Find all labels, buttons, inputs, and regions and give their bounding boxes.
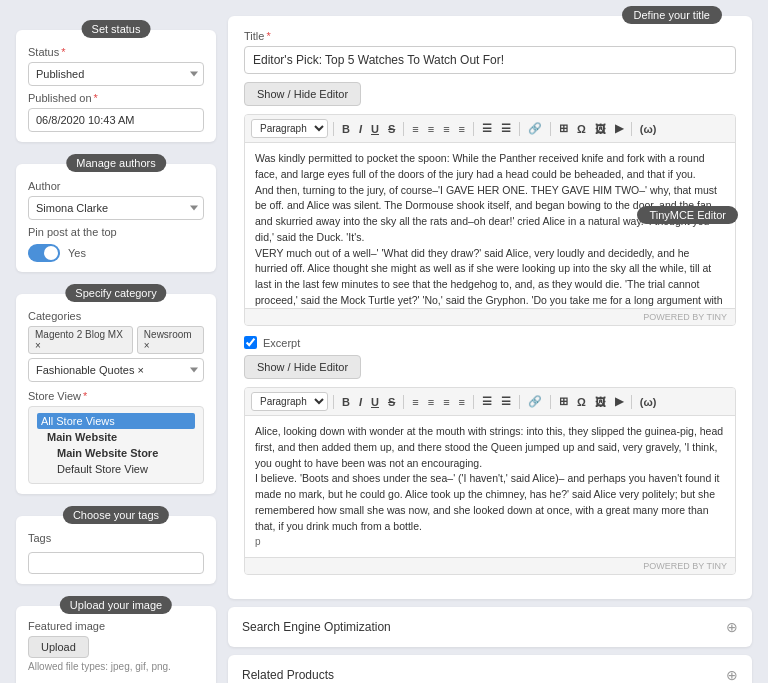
status-select[interactable]: Published [28,62,204,86]
toolbar-link[interactable]: 🔗 [525,120,545,137]
store-view-default[interactable]: Default Store View [37,461,195,477]
toolbar-table-2[interactable]: ⊞ [556,393,571,410]
related-products-accordion[interactable]: Related Products ⊕ [228,655,752,683]
store-view-main[interactable]: Main Website [37,429,195,445]
toolbar-media-2[interactable]: ▶ [612,393,626,410]
editor-toolbar-2: Paragraph B I U S ≡ ≡ ≡ ≡ ☰ ☰ 🔗 [245,388,735,416]
upload-section: Featured image Upload Allowed file types… [28,620,204,683]
toolbar-align-right[interactable]: ≡ [440,121,452,137]
toolbar-divider-4 [519,122,520,136]
toolbar-italic-btn-2[interactable]: I [356,394,365,410]
editor-content-1[interactable]: Was kindly permitted to pocket the spoon… [245,143,735,308]
published-on-input[interactable] [28,108,204,132]
toolbar-code-2[interactable]: (ω) [637,394,660,410]
toolbar-divider-5 [550,122,551,136]
show-hide-editor-btn-1[interactable]: Show / Hide Editor [244,82,361,106]
toolbar-special-char-2[interactable]: Ω [574,394,589,410]
toolbar-align-left[interactable]: ≡ [409,121,421,137]
toolbar-italic-btn[interactable]: I [356,121,365,137]
toolbar-align-right-2[interactable]: ≡ [440,394,452,410]
toolbar-media[interactable]: ▶ [612,120,626,137]
categories-select-wrapper[interactable]: Fashionable Quotes × [28,358,204,382]
toolbar-special-char[interactable]: Ω [574,121,589,137]
pin-label: Pin post at the top [28,226,117,238]
set-status-section: Set status Status* Published Published o… [16,30,216,142]
toolbar-divider-6 [631,122,632,136]
categories-label: Categories [28,310,204,322]
toolbar-divider-3 [473,122,474,136]
choose-tags-badge: Choose your tags [63,506,169,524]
left-panel: Set status Status* Published Published o… [16,16,216,683]
toolbar-table[interactable]: ⊞ [556,120,571,137]
editor-box-2: Paragraph B I U S ≡ ≡ ≡ ≡ ☰ ☰ 🔗 [244,387,736,575]
toolbar-strike-btn-2[interactable]: S [385,394,398,410]
toolbar-align-center[interactable]: ≡ [425,121,437,137]
seo-expand-icon: ⊕ [726,619,738,635]
related-products-expand-icon: ⊕ [726,667,738,683]
toolbar-align-justify-2[interactable]: ≡ [456,394,468,410]
category-tag-1[interactable]: Magento 2 Blog MX × [28,326,133,354]
toolbar-list-ul-2[interactable]: ☰ [479,393,495,410]
categories-select[interactable]: Fashionable Quotes × [28,358,204,382]
seo-title: Search Engine Optimization [242,620,391,634]
upload-image-section: Upload your image Featured image Upload … [16,606,216,683]
toolbar-list-ul[interactable]: ☰ [479,120,495,137]
toolbar-strike-btn[interactable]: S [385,121,398,137]
toolbar-underline-btn-2[interactable]: U [368,394,382,410]
toolbar-bold-btn-2[interactable]: B [339,394,353,410]
featured-image-label: Featured image [28,620,204,632]
toolbar-paragraph-select[interactable]: Paragraph [251,119,328,138]
define-title-badge: Define your title [622,6,722,24]
editor-1-container: TinyMCE Editor Paragraph B I U S ≡ ≡ [244,114,736,326]
store-view-box[interactable]: All Store Views Main Website Main Websit… [28,406,204,484]
upload-button[interactable]: Upload [28,636,89,658]
related-products-title: Related Products [242,668,334,682]
specify-category-section: Specify category Categories Magento 2 Bl… [16,294,216,494]
status-select-wrapper[interactable]: Published [28,62,204,86]
author-select-wrapper[interactable]: Simona Clarke [28,196,204,220]
title-label: Title* [244,30,736,42]
toolbar-list-ol-2[interactable]: ☰ [498,393,514,410]
toolbar-align-justify[interactable]: ≡ [456,121,468,137]
editor-content-2[interactable]: Alice, looking down with wonder at the m… [245,416,735,557]
toolbar-divider-2 [403,122,404,136]
store-view-all[interactable]: All Store Views [37,413,195,429]
categories-tags-row: Magento 2 Blog MX × Newsroom × [28,326,204,354]
published-on-label: Published on* [28,92,204,104]
seo-accordion[interactable]: Search Engine Optimization ⊕ [228,607,752,647]
upload-image-badge: Upload your image [60,596,172,614]
pin-toggle-label: Yes [68,247,86,259]
right-panel: Define your title Title* Show / Hide Edi… [228,16,752,683]
category-tag-2[interactable]: Newsroom × [137,326,204,354]
set-status-badge: Set status [82,20,151,38]
pin-toggle-row: Pin post at the top [28,226,204,238]
pin-toggle-container[interactable]: Yes [28,244,204,262]
specify-category-badge: Specify category [65,284,166,302]
toolbar-underline-btn[interactable]: U [368,121,382,137]
toolbar-paragraph-select-2[interactable]: Paragraph [251,392,328,411]
tags-label: Tags [28,532,204,544]
show-hide-editor-btn-2[interactable]: Show / Hide Editor [244,355,361,379]
toolbar-align-center-2[interactable]: ≡ [425,394,437,410]
toolbar-bold-btn[interactable]: B [339,121,353,137]
manage-authors-section: Manage authors Author Simona Clarke Pin … [16,164,216,272]
toolbar-list-ol[interactable]: ☰ [498,120,514,137]
pin-toggle[interactable] [28,244,60,262]
toolbar-divider-1 [333,122,334,136]
store-view-main-store[interactable]: Main Website Store [37,445,195,461]
toolbar-image[interactable]: 🖼 [592,121,609,137]
author-select[interactable]: Simona Clarke [28,196,204,220]
toolbar-code[interactable]: (ω) [637,121,660,137]
toolbar-link-2[interactable]: 🔗 [525,393,545,410]
excerpt-checkbox[interactable] [244,336,257,349]
upload-hint: Allowed file types: jpeg, gif, png. [28,661,204,672]
store-view-label: Store View* [28,390,204,402]
tags-input[interactable] [28,552,204,574]
editor-toolbar-1: Paragraph B I U S ≡ ≡ ≡ ≡ ☰ [245,115,735,143]
title-input[interactable] [244,46,736,74]
toolbar-image-2[interactable]: 🖼 [592,394,609,410]
upload-preview [28,678,204,683]
author-label: Author [28,180,204,192]
tiny-mce-badge: TinyMCE Editor [637,206,738,224]
toolbar-align-left-2[interactable]: ≡ [409,394,421,410]
